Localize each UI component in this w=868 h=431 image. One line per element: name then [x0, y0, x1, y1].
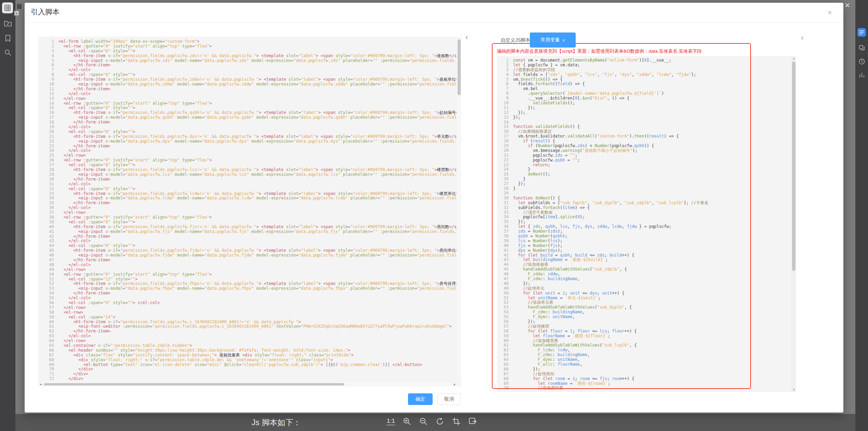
confirm-button[interactable]: 确定 [408, 393, 433, 405]
cancel-button[interactable]: 取消 [437, 393, 461, 405]
code-line: 1const vm = document.getElementsByName("… [497, 58, 791, 63]
code-line: 26 } [497, 177, 791, 182]
code-line: 71 </div> [38, 372, 457, 377]
zoom-in-icon[interactable] [403, 417, 411, 426]
code-line: 52 <ht-form-item v-if="permission.fields… [38, 282, 457, 286]
line-number: 55 [497, 315, 513, 319]
actual-size-button[interactable]: 1:1 [387, 418, 395, 425]
code-line: 69 <el-button type="text" icon="el-icon-… [38, 363, 457, 367]
code-line: 13 </el-row> [38, 96, 457, 101]
code-line: 50 for (let unit = 1; unit <= dys; unit+… [497, 291, 791, 296]
line-number: 35 [38, 201, 59, 206]
tab-custom-js-script[interactable]: 自定义JS脚本 [501, 37, 530, 43]
code-line: 36 let { zds, qsbh, lcs, fjs, dys, zddw,… [497, 224, 791, 229]
save-icon[interactable] [468, 417, 477, 426]
line-number: 56 [497, 319, 513, 324]
line-number: 5 [497, 77, 513, 82]
line-number: 1 [497, 58, 513, 63]
line-number: 25 [497, 172, 513, 177]
code-line: 62 </ht-form-item> [38, 329, 457, 334]
overlay-close-icon[interactable]: × [845, 1, 850, 10]
line-number: 52 [497, 300, 513, 305]
code-line: 47 F_zdmc: buildingName, [497, 277, 791, 282]
code-line: 3//需要触发监听的字段 [497, 68, 791, 73]
behind-page-checkbox[interactable]: ∨ [14, 11, 19, 16]
code-line: 40 <ht-form-item v-if="permission.fields… [38, 225, 457, 230]
line-number: 53 [497, 305, 513, 310]
line-number: 62 [497, 348, 513, 353]
code-line: 27 }); [497, 182, 791, 186]
code-line: 3 <el-col :span="8" style=""> [38, 49, 457, 54]
code-line: 15 <el-col :span="8" style=""> [38, 106, 457, 110]
code-line: 63 F_zdmc: buildingName, [497, 353, 791, 357]
line-number: 51 [497, 296, 513, 301]
line-number: 54 [38, 291, 59, 296]
line-number: 27 [497, 182, 513, 186]
code-line: 12 </el-col> [38, 92, 457, 96]
common-variables-button[interactable]: 常用变量 ∨ [530, 32, 576, 48]
line-number: 10 [497, 101, 513, 106]
code-line: 7 </el-col> [38, 68, 457, 73]
code-line: 2let { pqplscfw } = vm.data; [497, 63, 791, 68]
code-line: 30 </ht-form-item> [38, 177, 457, 182]
code-line: 34 pqplscfw[item].splice(0); [497, 215, 791, 220]
scroll-up-arrow[interactable]: ▲ [791, 57, 796, 60]
dialog-close-icon[interactable]: × [828, 8, 832, 17]
line-number: 20 [38, 130, 59, 134]
code-line: 1<el-form label-width="100px" data-vv-sc… [38, 39, 457, 44]
line-number: 17 [497, 134, 513, 139]
line-number: 64 [497, 357, 513, 362]
line-number: 28 [497, 186, 513, 191]
line-number: 23 [497, 163, 513, 168]
collapse-right-chevron-icon[interactable]: ‹ [801, 34, 803, 42]
layers-icon[interactable] [858, 44, 866, 52]
rotate-icon[interactable] [435, 417, 444, 426]
line-number: 50 [38, 272, 59, 277]
line-number: 25 [38, 153, 59, 158]
template-horizontal-scrollbar[interactable]: ◀ ▶ [38, 382, 457, 387]
js-vertical-scrollbar[interactable]: ▲ ▼ [791, 56, 796, 392]
chevron-down-icon: ∨ [562, 38, 565, 42]
code-line: 63 </el-col> [38, 334, 457, 339]
code-line: 61 handleAddSubTableWithValues("sub_lcpl… [497, 343, 791, 348]
code-line: 15function validateFields() { [497, 125, 791, 129]
crop-icon[interactable] [452, 417, 461, 426]
bookmark-icon[interactable] [4, 34, 11, 42]
form-icon[interactable] [857, 28, 866, 37]
line-number: 31 [497, 201, 513, 206]
line-number: 50 [497, 291, 513, 296]
search-icon[interactable] [4, 49, 12, 57]
line-number: 71 [38, 372, 59, 377]
line-number: 57 [497, 324, 513, 329]
line-number: 48 [38, 263, 59, 267]
line-number: 29 [497, 191, 513, 196]
line-number: 4 [497, 73, 513, 77]
scroll-right-arrow[interactable]: ▶ [452, 383, 457, 386]
collapse-left-chevron-icon[interactable]: ‹ [465, 33, 468, 42]
template-vertical-scrollbar[interactable] [457, 37, 461, 382]
zoom-out-icon[interactable] [419, 417, 428, 426]
viewer-bottom-strip: Js 脚本如下： 1:1 [15, 414, 855, 431]
code-line: 31 </el-col> [38, 182, 457, 187]
line-number: 37 [38, 210, 59, 215]
template-code-editor[interactable]: 1<el-form label-width="100px" data-vv-sc… [38, 37, 457, 387]
line-number: 36 [38, 206, 59, 210]
clock-icon[interactable] [858, 57, 866, 65]
table-icon[interactable] [2, 2, 13, 13]
code-line: 16 <ht-form-item v-if="permission.fields… [38, 110, 457, 115]
folder-icon[interactable] [3, 19, 12, 27]
scrollbar-thumb[interactable] [458, 39, 461, 95]
code-line: 8 .querySelector(`[model-name='data.pqpl… [497, 91, 791, 96]
js-code-editor[interactable]: 1const vm = document.getElementsByName("… [497, 56, 791, 392]
scrollbar-thumb[interactable] [792, 62, 795, 271]
scroll-down-arrow[interactable]: ▼ [791, 388, 796, 391]
scrollbar-thumb[interactable] [44, 383, 344, 386]
line-number: 12 [38, 92, 59, 96]
line-number: 11 [38, 87, 59, 92]
chart-icon[interactable] [858, 71, 866, 79]
line-number: 14 [497, 120, 513, 125]
code-line: 64 F_dymc: unitName, [497, 357, 791, 362]
code-line: 18 if (result) { [497, 139, 791, 144]
scroll-left-arrow[interactable]: ◀ [38, 383, 43, 386]
line-number: 55 [38, 296, 59, 301]
